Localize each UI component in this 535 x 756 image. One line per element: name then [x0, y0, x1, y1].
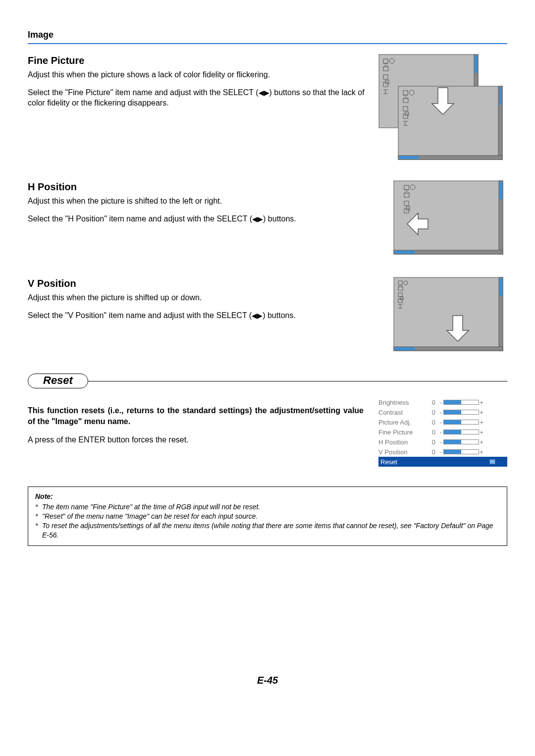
left-right-arrows-icon: ◀▶: [252, 215, 263, 223]
section-v-position: V Position Adjust this when the picture …: [28, 277, 507, 354]
reset-indicator-icon: [489, 459, 495, 464]
header-rule: [28, 43, 507, 44]
svg-rect-2: [475, 55, 478, 73]
svg-rect-10: [398, 86, 502, 160]
heading-fine-picture: Fine Picture: [28, 54, 369, 67]
svg-rect-26: [395, 251, 415, 254]
illustration-fine-picture: [378, 54, 507, 161]
reset-heading: Reset: [28, 374, 88, 388]
page-number: E-45: [28, 675, 507, 686]
osd-row: Brightness 0 - +: [378, 397, 507, 407]
rule: [88, 381, 507, 381]
svg-rect-14: [399, 156, 419, 159]
section-fine-picture: Fine Picture Adjust this when the pictur…: [28, 54, 507, 161]
svg-rect-36: [499, 278, 502, 296]
svg-rect-38: [395, 347, 415, 350]
body-text: Adjust this when the picture shows a lac…: [28, 69, 369, 80]
note-item: *To reset the adjustments/settings of al…: [35, 521, 500, 540]
left-right-arrows-icon: ◀▶: [259, 89, 269, 97]
illustration-v-position: [393, 277, 507, 354]
body-text: Adjust this when the picture is shifted …: [28, 292, 383, 303]
osd-menu-table: Brightness 0 - + Contrast 0 - + Picture …: [378, 397, 507, 467]
osd-row: V Position 0 - +: [378, 447, 507, 457]
svg-rect-12: [499, 87, 502, 105]
osd-reset-row: Reset: [378, 457, 507, 467]
reset-bold-text: This function resets (i.e., returns to t…: [28, 405, 364, 427]
body-text: Adjust this when the picture is shifted …: [28, 196, 383, 207]
note-box: Note: *The item name "Fine Picture" at t…: [28, 486, 507, 546]
osd-row: Fine Picture 0 - +: [378, 427, 507, 437]
osd-row: Picture Adj. 0 - +: [378, 417, 507, 427]
note-title: Note:: [35, 492, 500, 501]
svg-rect-34: [394, 277, 503, 351]
heading-v-position: V Position: [28, 277, 383, 290]
svg-rect-22: [394, 181, 503, 254]
body-text: Select the "V Position" item name and ad…: [28, 310, 383, 321]
osd-row: Contrast 0 - +: [378, 407, 507, 417]
body-text: Select the "H Position" item name and ad…: [28, 214, 383, 224]
breadcrumb: Image: [28, 30, 507, 40]
illustration-h-position: [393, 180, 507, 257]
reset-body-text: A press of the ENTER button forces the r…: [28, 434, 364, 445]
note-item: *"Reset" of the menu name "Image" can be…: [35, 512, 500, 521]
osd-row: H Position 0 - +: [378, 437, 507, 447]
heading-h-position: H Position: [28, 180, 383, 194]
body-text: Select the "Fine Picture" item name and …: [28, 87, 369, 108]
left-right-arrows-icon: ◀▶: [252, 312, 263, 320]
reset-heading-row: Reset: [28, 374, 507, 388]
svg-rect-24: [499, 182, 502, 199]
section-reset: This function resets (i.e., returns to t…: [28, 397, 507, 467]
note-item: *The item name "Fine Picture" at the tim…: [35, 502, 500, 512]
section-h-position: H Position Adjust this when the picture …: [28, 180, 507, 257]
